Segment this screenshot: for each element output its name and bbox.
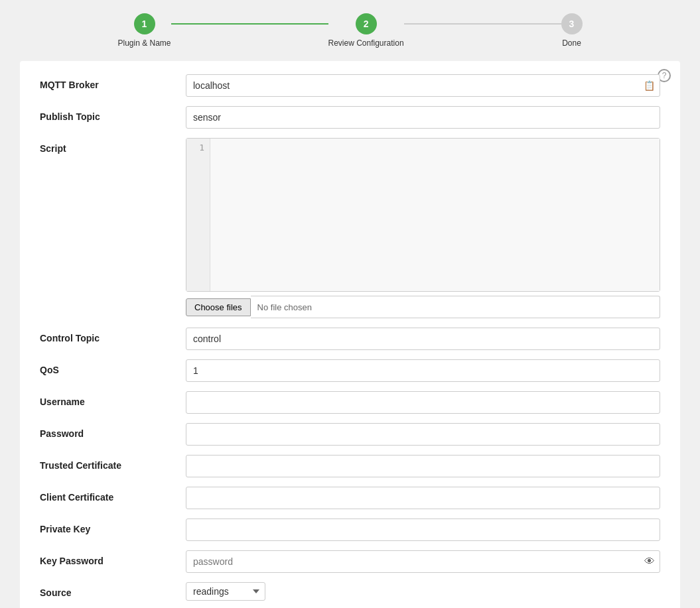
script-control: 1 Choose files No file chosen bbox=[186, 138, 660, 318]
config-card: ? MQTT Broker 📋 Publish Topic Script 1 bbox=[20, 61, 680, 608]
control-topic-row: Control Topic bbox=[40, 328, 660, 350]
step-2: 2 Review Configuration bbox=[328, 13, 404, 48]
publish-topic-row: Publish Topic bbox=[40, 106, 660, 129]
choose-files-button[interactable]: Choose files bbox=[186, 298, 251, 316]
script-editor: 1 bbox=[186, 138, 660, 292]
key-password-wrapper: 👁 bbox=[186, 550, 660, 573]
username-row: Username bbox=[40, 391, 660, 414]
qos-row: QoS bbox=[40, 359, 660, 382]
password-row: Password bbox=[40, 423, 660, 446]
qos-control bbox=[186, 359, 660, 382]
key-password-label: Key Password bbox=[40, 550, 186, 566]
key-password-input[interactable] bbox=[186, 550, 660, 573]
trusted-cert-row: Trusted Certificate bbox=[40, 455, 660, 477]
client-cert-input[interactable] bbox=[186, 487, 660, 509]
control-topic-label: Control Topic bbox=[40, 328, 186, 343]
publish-topic-control bbox=[186, 106, 660, 129]
client-cert-label: Client Certificate bbox=[40, 487, 186, 503]
step-2-label: Review Configuration bbox=[328, 38, 404, 48]
username-label: Username bbox=[40, 391, 186, 407]
mqtt-broker-control: 📋 bbox=[186, 74, 660, 97]
trusted-cert-input[interactable] bbox=[186, 455, 660, 477]
step-1-label: Plugin & Name bbox=[118, 38, 171, 48]
source-label: Source bbox=[40, 582, 186, 598]
script-row: Script 1 Choose files No file chosen bbox=[40, 138, 660, 318]
client-cert-row: Client Certificate bbox=[40, 487, 660, 509]
publish-topic-input[interactable] bbox=[186, 106, 660, 129]
username-input[interactable] bbox=[186, 391, 660, 414]
step-3: 3 Done bbox=[561, 13, 583, 48]
key-password-row: Key Password 👁 bbox=[40, 550, 660, 573]
trusted-cert-control bbox=[186, 455, 660, 477]
step-3-circle: 3 bbox=[561, 13, 583, 34]
step-line-2 bbox=[404, 23, 561, 25]
control-topic-control bbox=[186, 328, 660, 350]
private-key-input[interactable] bbox=[186, 518, 660, 541]
step-2-circle: 2 bbox=[356, 13, 377, 34]
script-label: Script bbox=[40, 138, 186, 154]
publish-topic-label: Publish Topic bbox=[40, 106, 186, 122]
step-1-circle: 1 bbox=[134, 13, 155, 34]
copy-icon[interactable]: 📋 bbox=[644, 80, 655, 91]
mqtt-broker-label: MQTT Broker bbox=[40, 74, 186, 90]
script-textarea[interactable] bbox=[210, 139, 660, 291]
private-key-label: Private Key bbox=[40, 518, 186, 534]
mqtt-broker-input[interactable] bbox=[186, 74, 660, 97]
step-line-1 bbox=[171, 23, 328, 25]
file-row: Choose files No file chosen bbox=[186, 296, 660, 318]
username-control bbox=[186, 391, 660, 414]
stepper: 1 Plugin & Name 2 Review Configuration 3… bbox=[0, 0, 700, 54]
private-key-row: Private Key bbox=[40, 518, 660, 541]
trusted-cert-label: Trusted Certificate bbox=[40, 455, 186, 471]
client-cert-control bbox=[186, 487, 660, 509]
password-input[interactable] bbox=[186, 423, 660, 446]
private-key-control bbox=[186, 518, 660, 541]
password-control bbox=[186, 423, 660, 446]
file-name-display: No file chosen bbox=[251, 296, 660, 318]
source-select[interactable]: readings statistics audit bbox=[186, 582, 265, 601]
password-label: Password bbox=[40, 423, 186, 439]
source-control: readings statistics audit bbox=[186, 582, 660, 601]
qos-input[interactable] bbox=[186, 359, 660, 382]
step-3-label: Done bbox=[562, 38, 581, 48]
source-row: Source readings statistics audit bbox=[40, 582, 660, 601]
qos-label: QoS bbox=[40, 359, 186, 375]
eye-icon[interactable]: 👁 bbox=[644, 556, 655, 568]
mqtt-broker-row: MQTT Broker 📋 bbox=[40, 74, 660, 97]
file-input-wrapper: Choose files No file chosen bbox=[186, 296, 660, 318]
step-1: 1 Plugin & Name bbox=[118, 13, 171, 48]
key-password-control: 👁 bbox=[186, 550, 660, 573]
control-topic-input[interactable] bbox=[186, 328, 660, 350]
line-numbers: 1 bbox=[186, 139, 210, 291]
